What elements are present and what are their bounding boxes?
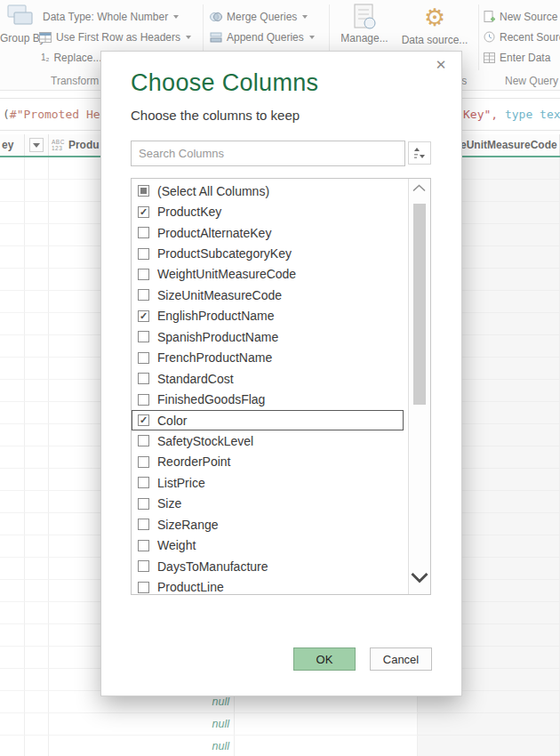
column-list-item[interactable]: ✓EnglishProductName	[132, 306, 404, 326]
scroll-down-icon[interactable]	[411, 572, 428, 583]
table-cell[interactable]	[25, 224, 49, 246]
column-header[interactable]: ey	[0, 134, 25, 156]
table-cell[interactable]	[25, 380, 49, 402]
table-cell[interactable]	[25, 269, 49, 291]
column-list-item[interactable]: SpanishProductName	[132, 326, 404, 347]
search-input[interactable]	[131, 141, 405, 166]
column-list-item[interactable]: ProductSubcategoryKey	[132, 243, 404, 263]
table-cell[interactable]	[0, 180, 25, 202]
table-cell[interactable]	[0, 402, 25, 424]
table-cell[interactable]	[0, 291, 25, 313]
checkbox-checked[interactable]: ✓	[138, 206, 149, 218]
checkbox-unchecked[interactable]	[138, 435, 149, 446]
column-list-item[interactable]: FinishedGoodsFlag	[132, 389, 404, 409]
checkbox-unchecked[interactable]	[138, 394, 149, 406]
table-cell[interactable]	[25, 313, 49, 335]
column-list-item[interactable]: SizeRange	[132, 514, 404, 535]
checkbox-checked[interactable]: ✓	[138, 414, 149, 426]
data-source-settings-button[interactable]: ⚙ Data source...	[400, 3, 469, 46]
checkbox-unchecked[interactable]	[138, 560, 149, 572]
table-cell[interactable]	[25, 358, 49, 380]
table-cell[interactable]	[25, 402, 49, 424]
table-cell[interactable]	[418, 713, 560, 736]
table-cell[interactable]	[0, 491, 25, 513]
table-cell[interactable]	[25, 580, 49, 602]
ok-button[interactable]: OK	[293, 647, 356, 671]
column-list-item[interactable]: FrenchProductName	[132, 348, 404, 368]
table-cell[interactable]	[25, 446, 49, 469]
table-cell[interactable]	[0, 647, 25, 669]
table-cell[interactable]	[25, 246, 49, 269]
column-header[interactable]	[25, 134, 49, 156]
table-cell[interactable]	[25, 513, 49, 535]
table-cell[interactable]	[25, 713, 49, 736]
table-cell[interactable]	[25, 669, 49, 691]
table-cell[interactable]	[25, 736, 49, 756]
checkbox-unchecked[interactable]	[138, 456, 149, 468]
checkbox-unchecked[interactable]	[138, 498, 149, 510]
recent-sources-button[interactable]: Recent Sources	[484, 28, 560, 46]
checkbox-unchecked[interactable]	[138, 540, 149, 551]
column-list-item[interactable]: SizeUnitMeasureCode	[132, 285, 404, 305]
table-cell[interactable]	[0, 424, 25, 446]
checkbox-checked[interactable]: ✓	[138, 310, 149, 322]
scroll-up-icon[interactable]	[412, 184, 426, 192]
table-cell[interactable]	[0, 313, 25, 335]
checkbox-unchecked[interactable]	[138, 248, 149, 260]
merge-queries-button[interactable]: Merge Queries	[210, 7, 308, 26]
cancel-button[interactable]: Cancel	[370, 647, 432, 671]
column-list-item[interactable]: Weight	[132, 535, 404, 555]
data-type-button[interactable]: Data Type: Whole Number	[43, 7, 179, 26]
table-cell[interactable]: null	[49, 713, 235, 736]
table-cell[interactable]	[0, 713, 25, 736]
table-cell[interactable]	[25, 558, 49, 580]
table-cell[interactable]	[25, 491, 49, 513]
checkbox-unchecked[interactable]	[138, 352, 149, 364]
table-cell[interactable]	[0, 602, 25, 624]
table-cell[interactable]	[235, 736, 418, 756]
table-cell[interactable]	[0, 157, 25, 180]
checkbox-unchecked[interactable]	[138, 227, 149, 238]
sort-columns-button[interactable]	[408, 141, 431, 165]
table-cell[interactable]	[25, 602, 49, 624]
checkbox-unchecked[interactable]	[138, 582, 149, 593]
table-cell[interactable]	[0, 558, 25, 580]
table-cell[interactable]	[0, 691, 25, 713]
table-cell[interactable]	[0, 535, 25, 558]
table-cell[interactable]	[418, 736, 560, 756]
table-cell[interactable]	[25, 157, 49, 180]
new-source-button[interactable]: New Source	[484, 7, 557, 26]
column-list-item[interactable]: StandardCost	[132, 368, 404, 389]
enter-data-button[interactable]: Enter Data	[484, 48, 550, 67]
checkbox-unchecked[interactable]	[138, 331, 149, 342]
replace-values-button[interactable]: 1₂ Replace...	[41, 48, 101, 67]
table-cell[interactable]	[25, 291, 49, 313]
checkbox-indeterminate[interactable]	[138, 185, 149, 197]
checkbox-unchecked[interactable]	[138, 269, 149, 280]
table-cell[interactable]	[25, 202, 49, 224]
table-cell[interactable]	[0, 736, 25, 756]
table-cell[interactable]	[25, 647, 49, 669]
column-list-item[interactable]: Size	[132, 494, 404, 514]
table-cell[interactable]	[0, 269, 25, 291]
table-cell[interactable]	[0, 358, 25, 380]
column-list-item[interactable]: DaysToManufacture	[132, 556, 404, 576]
scrollbar-thumb[interactable]	[413, 204, 426, 405]
table-cell[interactable]: null	[49, 736, 235, 756]
column-list-item[interactable]: ListPrice	[132, 472, 404, 493]
column-list-item[interactable]: ProductAlternateKey	[132, 222, 404, 243]
table-cell[interactable]	[25, 535, 49, 558]
table-cell[interactable]	[0, 624, 25, 647]
table-cell[interactable]	[0, 380, 25, 402]
column-list-item[interactable]: ✓ProductKey	[132, 201, 404, 221]
column-list-item[interactable]: SafetyStockLevel	[132, 430, 404, 451]
group-by-button[interactable]: Group By	[0, 3, 41, 44]
filter-dropdown-button[interactable]	[29, 138, 44, 152]
checkbox-unchecked[interactable]	[138, 289, 149, 301]
checkbox-unchecked[interactable]	[138, 477, 149, 488]
table-cell[interactable]	[0, 446, 25, 469]
column-list-item[interactable]: WeightUnitMeasureCode	[132, 264, 404, 285]
table-cell[interactable]	[0, 469, 25, 491]
table-cell[interactable]	[25, 335, 49, 358]
table-cell[interactable]	[0, 513, 25, 535]
